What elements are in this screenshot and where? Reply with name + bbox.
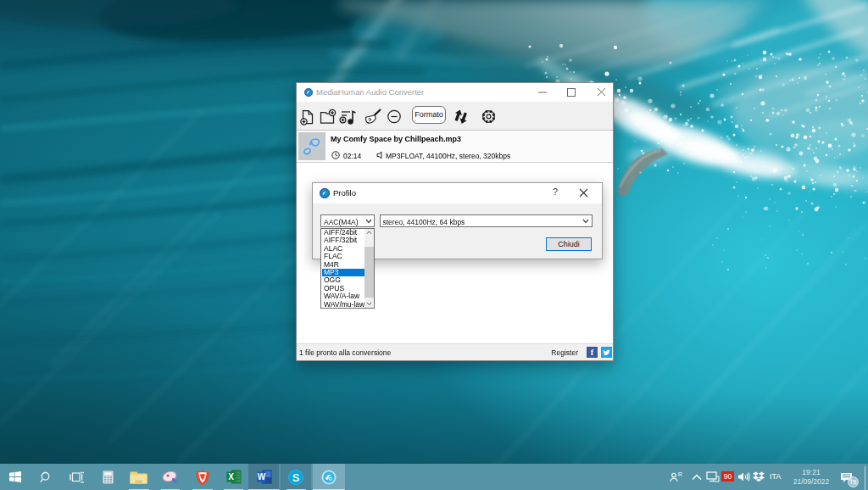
svg-text:X: X	[228, 472, 234, 482]
svg-text:TB: TB	[849, 479, 856, 485]
svg-text:S: S	[292, 471, 300, 484]
svg-text:R: R	[678, 471, 682, 477]
svg-text:W: W	[258, 472, 266, 482]
